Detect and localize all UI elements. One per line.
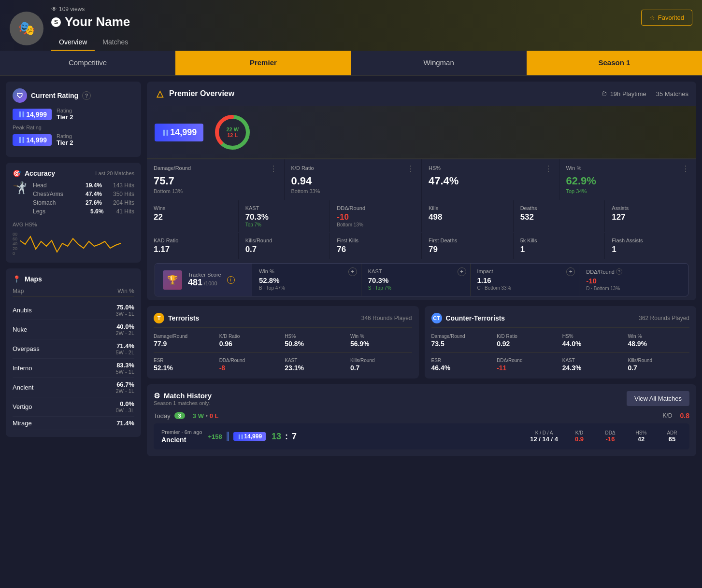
match-right-stats: K / D / A 12 / 14 / 4 K/D 0.9 DDΔ -16 HS… [530, 430, 682, 443]
match-adr: ADR 65 [662, 430, 682, 443]
stat-options[interactable]: ⋮ [544, 165, 552, 173]
t-stat: Win % 56.9% [350, 334, 412, 348]
tracker-score-bar: 🏆 Tracker Score 481 /1000 i + Win % [155, 263, 688, 296]
overview-section: 14,999 22 W 12 L [147, 106, 696, 159]
stat-5k-kills: 5k Kills 1 [514, 233, 605, 259]
stat-dda-round: DDΔ/Round -10 Bottom 13% [330, 200, 421, 232]
match-rating-badge: 14,999 [233, 432, 266, 441]
body-figure: 🤺 [13, 182, 27, 194]
ct-stat: KAST 24.3% [562, 358, 624, 372]
premier-overview-card: △ Premier Overview ⏱ 19h Playtime 35 Mat… [147, 82, 696, 300]
steam-icon: S [51, 17, 61, 27]
clock-icon: ⏱ [601, 90, 607, 98]
view-count: 👁 109 views [51, 6, 692, 13]
wl-circle: 22 W 12 L [213, 113, 252, 152]
dda-help-icon[interactable]: ? [616, 268, 622, 275]
sidebar: 🛡 Current Rating ? 14,999 Rating Tier 2 … [6, 82, 141, 456]
stat-options[interactable]: ⋮ [270, 165, 277, 173]
tracker-add-button[interactable]: + [566, 267, 575, 276]
stat-deaths: Deaths 532 [514, 200, 605, 232]
tab-overview[interactable]: Overview [51, 34, 95, 51]
table-row[interactable]: Premier · 6m ago Ancient +158 ║ 14,999 1… [154, 423, 689, 449]
rating-divider-icon: ║ [225, 432, 230, 441]
accuracy-icon: 🎯 [13, 169, 21, 177]
help-icon[interactable]: ? [82, 91, 91, 100]
accuracy-head: Head 19.4% 143 Hits [33, 182, 134, 189]
terrorists-header: T Terrorists 346 Rounds Played [154, 313, 412, 328]
stat-wins: Wins 22 [147, 200, 238, 232]
current-rating-card: 🛡 Current Rating ? 14,999 Rating Tier 2 … [6, 82, 141, 157]
maps-icon: 📍 [13, 275, 21, 283]
list-item: Inferno 83.3% 5W - 1L [13, 359, 134, 378]
premier-meta: ⏱ 19h Playtime 35 Matches [601, 90, 688, 98]
accuracy-legs: Legs 5.6% 41 Hits [33, 208, 134, 215]
t-stat: K/D Ratio 0.96 [219, 334, 281, 348]
ct-stat: ESR 46.4% [431, 358, 493, 372]
stat-kills: Kills 498 [422, 200, 513, 232]
tracker-left: 🏆 Tracker Score 481 /1000 i [155, 264, 252, 296]
list-item: Anubis 75.0% 3W - 1L [13, 301, 134, 320]
header-tabs: Overview Matches [51, 34, 692, 51]
kd-value: 0.8 [680, 412, 689, 420]
stat-options[interactable]: ⋮ [407, 165, 415, 173]
tracker-info-icon[interactable]: i [227, 276, 235, 284]
stat-kad: KAD Ratio 1.17 [147, 233, 238, 259]
kd-label: K/D [663, 412, 673, 419]
ct-stat: K/D Ratio 0.92 [497, 334, 559, 348]
t-stat: Damage/Round 77.9 [154, 334, 215, 348]
maps-title: 📍 Maps [13, 275, 134, 283]
star-icon: ☆ [649, 14, 655, 21]
premier-rating-badge: 14,999 [155, 124, 203, 141]
current-rating-row: 14,999 Rating Tier 2 [13, 108, 134, 121]
tracker-metrics: + Win % 52.8% B · Top 47% + KAST 70.3% S… [252, 264, 688, 296]
ct-stat: Kills/Round 0.7 [628, 358, 689, 372]
match-score: 13 : 7 [272, 432, 297, 442]
tab-season[interactable]: Season 1 [527, 51, 702, 75]
match-dd: DDΔ -16 [601, 430, 620, 443]
list-item: Mirage 71.4% [13, 417, 134, 430]
match-kd: K/D 0.9 [570, 430, 589, 443]
accuracy-rows: Head 19.4% 143 Hits Chest/Arms 47.4% 350… [33, 182, 134, 217]
username: S Your Name [51, 14, 692, 29]
t-stat: Kills/Round 0.7 [350, 358, 412, 372]
t-icon: T [154, 313, 164, 323]
stat-first-kills: First Kills 76 [330, 233, 421, 259]
tracker-add-button[interactable]: + [348, 267, 357, 276]
secondary-stats-row1: Wins 22 KAST 70.3% Top 7% DDΔ/Round -10 … [147, 200, 696, 232]
tab-wingman[interactable]: Wingman [351, 51, 527, 75]
view-all-matches-button[interactable]: View All Matches [627, 391, 689, 406]
hs-sparkline [20, 232, 126, 256]
today-badge: 3 [174, 412, 185, 419]
sides-grid: T Terrorists 346 Rounds Played Damage/Ro… [147, 306, 696, 378]
ct-header: CT Counter-Terrorists 362 Rounds Played [431, 313, 690, 328]
tracker-metric-winpct: + Win % 52.8% B · Top 47% [252, 264, 361, 296]
accuracy-chest: Chest/Arms 47.4% 350 Hits [33, 191, 134, 197]
ct-rounds: 362 Rounds Played [639, 315, 689, 322]
stat-options[interactable]: ⋮ [682, 165, 689, 173]
stat-damage-round: Damage/Round ⋮ 75.7 Bottom 13% [147, 159, 284, 200]
stat-first-deaths: First Deaths 79 [422, 233, 513, 259]
avatar: 🎭 [10, 12, 43, 45]
tab-premier[interactable]: Premier [175, 51, 351, 75]
header: 🎭 👁 109 views S Your Name Overview Match… [0, 0, 702, 51]
ct-stats-row2: ESR 46.4% DDΔ/Round -11 KAST 24.3% Kills… [431, 358, 690, 372]
ct-stat: Damage/Round 73.5 [431, 334, 493, 348]
list-item: Ancient 66.7% 2W - 1L [13, 378, 134, 397]
t-stat: KAST 23.1% [285, 358, 346, 372]
stat-kast: KAST 70.3% Top 7% [239, 200, 330, 232]
favorited-button[interactable]: ☆ Favorited [641, 10, 692, 26]
match-history-title: ⚙ Match History [154, 392, 212, 400]
match-delta-rating: +158 ║ 14,999 [208, 432, 266, 441]
tab-competitive[interactable]: Competitive [0, 51, 175, 75]
t-rounds: 346 Rounds Played [361, 315, 412, 322]
hs-chart: AVG HS% 806040200 [13, 222, 134, 256]
stat-win-pct: Win % ⋮ 62.9% Top 34% [559, 159, 697, 200]
ct-title: CT Counter-Terrorists [431, 313, 505, 323]
tracker-add-button[interactable]: + [458, 267, 466, 276]
premier-icon: △ [155, 88, 165, 99]
match-history-header: ⚙ Match History Season 1 matches only. V… [154, 391, 689, 406]
tab-matches[interactable]: Matches [95, 34, 136, 51]
terrorists-stats-row2: ESR 52.1% DDΔ/Round -8 KAST 23.1% Kills/… [154, 358, 412, 372]
tracker-score-info: Tracker Score 481 /1000 [188, 272, 221, 288]
current-rating-title: 🛡 Current Rating ? [13, 88, 134, 103]
